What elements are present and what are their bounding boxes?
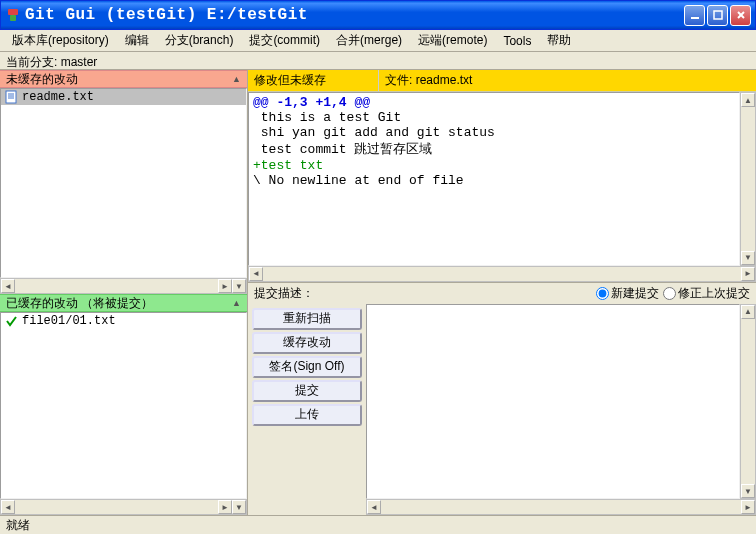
diff-line: test commit 跳过暂存区域 xyxy=(253,142,432,157)
rescan-button[interactable]: 重新扫描 xyxy=(252,308,362,330)
status-bar: 就绪 xyxy=(0,515,756,533)
unstaged-section: 未缓存的改动 ▲ readme.txt ◄ ► ▼ xyxy=(0,70,247,294)
diff-line: shi yan git add and git status xyxy=(253,125,495,140)
commit-button[interactable]: 提交 xyxy=(252,380,362,402)
diff-line: this is a test Git xyxy=(253,110,401,125)
staged-hscrollbar[interactable]: ◄ ► ▼ xyxy=(0,499,247,515)
app-icon xyxy=(5,7,21,23)
diff-file-prefix: 文件: xyxy=(385,73,412,87)
diff-footer: \ No newline at end of file xyxy=(253,173,464,188)
scroll-up-icon[interactable]: ▲ xyxy=(741,93,755,107)
diff-header: 修改但未缓存 文件: readme.txt xyxy=(248,70,756,92)
menu-help[interactable]: 帮助 xyxy=(539,30,579,51)
scroll-right-icon[interactable]: ► xyxy=(741,500,755,514)
diff-header-file: 文件: readme.txt xyxy=(378,70,756,91)
diff-vscrollbar[interactable]: ▲ ▼ xyxy=(740,92,756,266)
menu-edit[interactable]: 编辑 xyxy=(117,30,157,51)
chevron-up-icon[interactable]: ▲ xyxy=(232,298,241,308)
menu-bar: 版本库(repository) 编辑 分支(branch) 提交(commit)… xyxy=(0,30,756,52)
signoff-button[interactable]: 签名(Sign Off) xyxy=(252,356,362,378)
maximize-button[interactable] xyxy=(707,5,728,26)
staged-header: 已缓存的改动 （将被提交） ▲ xyxy=(0,294,247,312)
commit-msg-vscrollbar[interactable]: ▲ ▼ xyxy=(740,304,756,500)
scroll-down-icon[interactable]: ▼ xyxy=(741,251,755,265)
file-icon xyxy=(5,90,19,104)
svg-rect-3 xyxy=(714,11,722,19)
scroll-right-icon[interactable]: ► xyxy=(218,500,232,514)
action-buttons-column: 重新扫描 缓存改动 签名(Sign Off) 提交 上传 xyxy=(248,304,366,516)
scroll-right-icon[interactable]: ► xyxy=(218,279,232,293)
unstaged-header: 未缓存的改动 ▲ xyxy=(0,70,247,88)
commit-type-radios: 新建提交 修正上次提交 xyxy=(596,285,756,302)
commit-desc-row: 提交描述： 新建提交 修正上次提交 xyxy=(248,282,756,304)
staged-file-row[interactable]: file01/01.txt xyxy=(1,313,246,329)
scroll-up-icon[interactable]: ▲ xyxy=(741,305,755,319)
commit-bottom-area: 重新扫描 缓存改动 签名(Sign Off) 提交 上传 ▲ ▼ ◄ xyxy=(248,304,756,516)
menu-branch[interactable]: 分支(branch) xyxy=(157,30,242,51)
unstaged-file-list[interactable]: readme.txt xyxy=(0,88,247,278)
svg-rect-1 xyxy=(10,15,16,21)
minimize-button[interactable] xyxy=(684,5,705,26)
file-name: file01/01.txt xyxy=(22,314,116,328)
status-text: 就绪 xyxy=(6,518,30,532)
diff-hscrollbar[interactable]: ◄ ► xyxy=(248,266,756,282)
diff-hunk-header: @@ -1,3 +1,4 @@ xyxy=(253,95,370,110)
radio-new-commit[interactable]: 新建提交 xyxy=(596,285,659,302)
main-area: 未缓存的改动 ▲ readme.txt ◄ ► ▼ xyxy=(0,70,756,515)
radio-new-commit-input[interactable] xyxy=(596,287,609,300)
diff-header-status: 修改但未缓存 xyxy=(248,70,378,91)
push-button[interactable]: 上传 xyxy=(252,404,362,426)
scroll-right-icon[interactable]: ► xyxy=(741,267,755,281)
commit-message-input[interactable] xyxy=(366,304,740,500)
file-name: readme.txt xyxy=(22,90,94,104)
stage-button[interactable]: 缓存改动 xyxy=(252,332,362,354)
window-controls xyxy=(684,5,751,26)
staged-header-label: 已缓存的改动 （将被提交） xyxy=(6,295,153,312)
commit-msg-hscrollbar[interactable]: ◄ ► xyxy=(366,499,756,515)
menu-tools[interactable]: Tools xyxy=(495,32,539,50)
right-column: 修改但未缓存 文件: readme.txt @@ -1,3 +1,4 @@ th… xyxy=(248,70,756,515)
unstaged-file-row[interactable]: readme.txt xyxy=(1,89,246,105)
diff-viewer[interactable]: @@ -1,3 +1,4 @@ this is a test Git shi y… xyxy=(248,92,740,266)
staged-file-list[interactable]: file01/01.txt xyxy=(0,312,247,499)
current-branch-label: 当前分支: master xyxy=(0,52,756,70)
chevron-down-icon[interactable]: ▼ xyxy=(232,500,246,514)
diff-file-name: readme.txt xyxy=(416,73,473,87)
menu-commit[interactable]: 提交(commit) xyxy=(241,30,328,51)
unstaged-header-label: 未缓存的改动 xyxy=(6,71,78,88)
diff-section: 修改但未缓存 文件: readme.txt @@ -1,3 +1,4 @@ th… xyxy=(248,70,756,282)
checkmark-icon xyxy=(5,314,19,328)
commit-desc-label: 提交描述： xyxy=(248,285,320,302)
staged-section: 已缓存的改动 （将被提交） ▲ file01/01.txt ◄ ► ▼ xyxy=(0,294,247,515)
scroll-left-icon[interactable]: ◄ xyxy=(1,279,15,293)
radio-amend-commit-input[interactable] xyxy=(663,287,676,300)
radio-new-label: 新建提交 xyxy=(611,285,659,302)
scroll-left-icon[interactable]: ◄ xyxy=(1,500,15,514)
menu-merge[interactable]: 合并(merge) xyxy=(328,30,410,51)
scroll-left-icon[interactable]: ◄ xyxy=(367,500,381,514)
window-title: Git Gui (testGit) E:/testGit xyxy=(25,6,684,24)
menu-repository[interactable]: 版本库(repository) xyxy=(4,30,117,51)
scroll-left-icon[interactable]: ◄ xyxy=(249,267,263,281)
close-button[interactable] xyxy=(730,5,751,26)
svg-rect-2 xyxy=(691,17,699,19)
title-bar: Git Gui (testGit) E:/testGit xyxy=(0,0,756,30)
chevron-up-icon[interactable]: ▲ xyxy=(232,74,241,84)
chevron-down-icon[interactable]: ▼ xyxy=(232,279,246,293)
unstaged-hscrollbar[interactable]: ◄ ► ▼ xyxy=(0,278,247,294)
svg-rect-6 xyxy=(6,91,16,103)
diff-added-line: +test txt xyxy=(253,158,323,173)
menu-remote[interactable]: 远端(remote) xyxy=(410,30,495,51)
scroll-down-icon[interactable]: ▼ xyxy=(741,484,755,498)
svg-rect-0 xyxy=(8,9,18,15)
radio-amend-commit[interactable]: 修正上次提交 xyxy=(663,285,750,302)
left-column: 未缓存的改动 ▲ readme.txt ◄ ► ▼ xyxy=(0,70,248,515)
radio-amend-label: 修正上次提交 xyxy=(678,285,750,302)
